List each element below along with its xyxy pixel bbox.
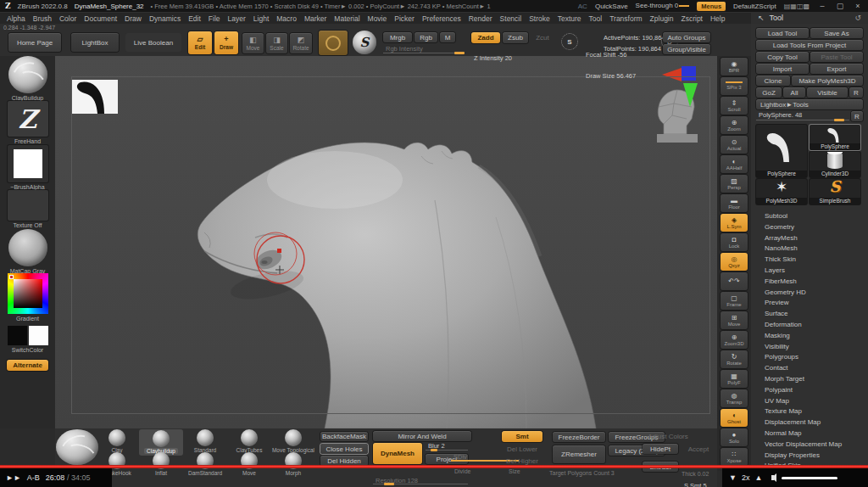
menu-item[interactable]: Picker <box>394 14 415 23</box>
save-as-button[interactable]: Save As <box>810 28 863 38</box>
tool-thumbnail-simplebrush[interactable]: S SimpleBrush <box>810 179 860 204</box>
tool-subpalette-header[interactable]: Polypaint <box>756 385 863 396</box>
goz-r-button[interactable]: R <box>849 87 863 98</box>
menu-item[interactable]: Zscript <box>681 14 703 23</box>
tool-quick-pick-slider[interactable]: PolySphere. 48 <box>756 111 849 121</box>
tool-subpalette-header[interactable]: Geometry <box>756 222 863 233</box>
gradient-picker-icon[interactable] <box>8 273 48 314</box>
tool-subpalette-header[interactable]: Thick Skin <box>756 255 863 266</box>
tool-subpalette-header[interactable]: Deformation <box>756 320 863 331</box>
rotate-button[interactable]: ◩ Rotate <box>290 33 312 53</box>
right-shelf-button[interactable]: ▬ Floor <box>721 194 748 212</box>
mirror-and-weld-button[interactable]: Mirror And Weld <box>373 431 471 441</box>
menu-item[interactable]: Marker <box>304 14 326 23</box>
switch-color-icon[interactable] <box>8 326 48 345</box>
menu-item[interactable]: File <box>209 14 220 23</box>
speaker-icon[interactable] <box>767 473 776 482</box>
titlebar-tool-icon[interactable]: ▩ <box>803 3 810 10</box>
tool-subpalette-header[interactable]: Visibility <box>756 342 863 353</box>
right-shelf-button[interactable]: ⇕ Scroll <box>721 97 748 115</box>
alternate-button[interactable]: Alternate <box>7 360 48 371</box>
menu-item[interactable]: Stencil <box>500 14 522 23</box>
right-shelf-button[interactable]: ↶↷ <box>721 272 748 290</box>
menu-item[interactable]: Brush <box>33 14 52 23</box>
tool-subpalette-header[interactable]: ArrayMesh <box>756 233 863 244</box>
tool-subpalette-header[interactable]: Polygroups <box>756 352 863 363</box>
current-material-button[interactable]: S <box>353 31 376 54</box>
tool-subpalette-header[interactable]: UV Map <box>756 396 863 407</box>
menu-item[interactable]: Draw <box>125 14 142 23</box>
menu-item[interactable]: Movie <box>368 14 387 23</box>
paste-tool-button[interactable]: Paste Tool <box>810 52 863 62</box>
right-shelf-button[interactable]: ⊕ Zoom3D <box>721 331 748 349</box>
lightbox-tools-button[interactable]: Lightbox►Tools <box>756 99 863 109</box>
tool-palette-header[interactable]: ↖ Tool ↺ <box>751 12 868 24</box>
menus-button[interactable]: Menus <box>697 2 726 11</box>
mrgb-button[interactable]: Mrgb <box>383 32 412 42</box>
zsub-button[interactable]: Zsub <box>503 32 528 43</box>
current-brush-button[interactable] <box>319 31 348 55</box>
refresh-icon[interactable]: ↺ <box>854 14 861 22</box>
close-button[interactable]: × <box>853 2 863 10</box>
tool-subpalette-header[interactable]: Display Properties <box>756 451 863 462</box>
right-shelf-button[interactable]: ● Solo <box>721 428 748 446</box>
export-tool-button[interactable]: Export <box>810 64 863 74</box>
target-polygons-slider[interactable]: Target Polygons Count 3 <box>549 470 615 476</box>
import-tool-button[interactable]: Import <box>756 64 809 74</box>
texture-selector[interactable]: Texture Off <box>7 190 48 228</box>
m-button[interactable]: M <box>440 32 455 42</box>
right-shelf-button[interactable]: ◖ Ghost <box>721 409 748 427</box>
color-picker[interactable]: Gradient <box>7 273 48 322</box>
tool-subpalette-header[interactable]: Morph Target <box>756 374 863 385</box>
menu-item[interactable]: Color <box>59 14 76 23</box>
menu-item[interactable]: Preferences <box>422 14 461 23</box>
scale-button[interactable]: ◨ Scale <box>266 33 287 53</box>
fast-forward-icon[interactable]: ►► <box>6 473 21 482</box>
speed-down-button[interactable]: ▼ <box>729 473 737 482</box>
tool-subpalette-header[interactable]: Surface <box>756 309 863 320</box>
right-shelf-button[interactable]: ◍ Transp <box>721 389 748 407</box>
right-shelf-button[interactable]: ◐ AAHalf <box>721 155 748 173</box>
menu-item[interactable]: Stroke <box>529 14 550 23</box>
tool-subpalette-header[interactable]: Layers <box>756 266 863 277</box>
menu-item[interactable]: Layer <box>228 14 246 23</box>
zcut-button[interactable]: Zcut <box>531 32 554 43</box>
freeze-border-button[interactable]: FreezeBorder <box>553 432 605 442</box>
ab-repeat-button[interactable]: A-B <box>27 473 40 482</box>
load-tools-from-project-button[interactable]: Load Tools From Project <box>756 40 863 50</box>
right-shelf-button[interactable]: SPix 3 <box>721 77 748 95</box>
tool-subpalette-header[interactable]: NanoMesh <box>756 244 863 255</box>
right-shelf-button[interactable]: ▦ PolyF <box>721 370 748 388</box>
quicksave-button[interactable]: QuickSave <box>595 3 628 10</box>
brush-item[interactable]: Morph <box>271 452 315 476</box>
right-shelf-button[interactable]: ⊕ Zoom <box>721 116 748 134</box>
brush-item[interactable]: Inflat <box>139 452 183 476</box>
dynamesh-button[interactable]: DynaMesh <box>373 443 422 464</box>
tool-subpalette-header[interactable]: Displacement Map <box>756 417 863 428</box>
thick-slider[interactable]: Thick 0.02 <box>682 471 709 477</box>
edit-button[interactable]: ▱ Edit <box>188 31 212 54</box>
right-shelf-button[interactable]: ◉ BPR <box>721 58 748 76</box>
brush-selector[interactable]: ClayBuildup <box>7 56 48 101</box>
auto-groups-button[interactable]: Auto Groups <box>663 32 710 42</box>
goz-visible-button[interactable]: Visible <box>807 87 848 98</box>
right-shelf-button[interactable]: ◈ L.Sym <box>721 214 748 232</box>
home-page-button[interactable]: Home Page <box>8 33 61 52</box>
menu-item[interactable]: Help <box>710 14 725 23</box>
divide-button[interactable]: Divide <box>454 468 470 474</box>
rgb-intensity-slider[interactable]: Rgb Intensity <box>383 45 465 54</box>
move-button[interactable]: ◧ Move <box>242 33 264 53</box>
menu-item[interactable]: Material <box>334 14 359 23</box>
menu-item[interactable]: Zplugin <box>650 14 674 23</box>
size-slider[interactable]: Size <box>509 468 520 474</box>
tool-thumbnail-cylinder3d[interactable]: Cylinder3D <box>810 152 860 177</box>
tool-subpalette-header[interactable]: Geometry HD <box>756 288 863 299</box>
right-shelf-button[interactable]: ▢ Frame <box>721 292 748 310</box>
s-smt-slider[interactable]: S Smt 5 <box>682 482 715 487</box>
menu-item[interactable]: Tool <box>589 14 603 23</box>
menu-item[interactable]: Dynamics <box>149 14 181 23</box>
menu-item[interactable]: Alpha <box>7 14 25 23</box>
rgb-button[interactable]: Rgb <box>415 32 437 42</box>
right-shelf-button[interactable]: ∷ Xpose <box>721 448 748 466</box>
stroke-selector[interactable]: Z FreeHand <box>7 101 48 144</box>
